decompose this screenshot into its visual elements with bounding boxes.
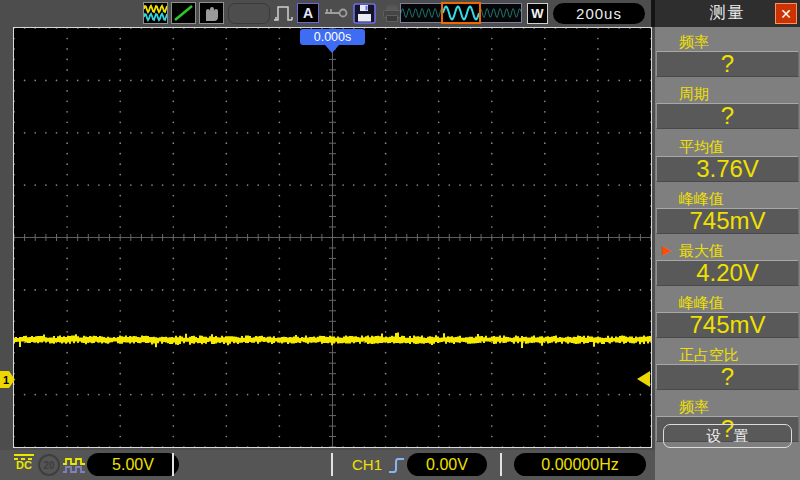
measurement-row[interactable]: ▶峰峰值 745mV [655, 294, 800, 338]
dc-coupling-label: DC [16, 459, 32, 471]
measurement-value: 4.20V [656, 260, 799, 286]
pulse-icon[interactable] [272, 2, 296, 24]
rising-edge-icon[interactable] [388, 454, 405, 476]
settings-button[interactable]: 设置 [663, 424, 792, 448]
timebase-readout[interactable]: 200us [553, 3, 645, 24]
graticule-grid [14, 28, 651, 447]
measurement-label: 正占空比 [679, 346, 739, 363]
hand-drag-icon[interactable] [199, 2, 224, 24]
settings-button-label: 设置 [695, 427, 761, 446]
bandwidth-limit-label: 20 [43, 460, 54, 471]
top-toolbar: A W 200us [0, 0, 655, 27]
measurement-value: 745mV [656, 312, 799, 338]
trigger-level-readout[interactable]: 0.00V [407, 453, 487, 476]
statusbar-separator [331, 453, 333, 476]
graticule-screen: 0.000s [13, 27, 652, 448]
measurement-row[interactable]: ▶峰峰值 745mV [655, 190, 800, 234]
square-wave-icon[interactable] [62, 455, 86, 475]
dc-solid-line [14, 454, 34, 456]
sidebar-title: 测量 [710, 3, 746, 24]
timebase-value: 200us [576, 5, 622, 22]
bottom-status-bar: DC 20 5.00V CH1 0.00V 0.00000Hz [0, 450, 655, 480]
close-glyph: ✕ [780, 6, 792, 22]
statusbar-separator [172, 453, 174, 476]
save-icon[interactable] [352, 2, 378, 25]
window-icon-label: W [531, 6, 543, 21]
trigger-position-pointer-icon [325, 45, 339, 53]
slope-line-icon[interactable] [171, 2, 196, 24]
trigger-level-value: 0.00V [426, 456, 468, 474]
measurement-value: 3.76V [656, 156, 799, 182]
measurement-value: ? [656, 364, 799, 390]
measurement-label: 周期 [679, 85, 709, 102]
measurement-label: 平均值 [679, 138, 724, 155]
measurement-row[interactable]: ▶频率 ? [655, 33, 800, 77]
waveform-preview-window[interactable] [441, 2, 481, 24]
trigger-source-label: CH1 [352, 456, 382, 473]
measurement-row[interactable]: ▶平均值 3.76V [655, 138, 800, 182]
statusbar-separator [500, 453, 502, 476]
auto-icon[interactable]: A [297, 3, 319, 23]
measurement-row[interactable]: ▶最大值 4.20V [655, 242, 800, 286]
sidebar-header: 测量 ✕ [655, 0, 800, 27]
measurement-label: 频率 [679, 398, 709, 415]
measurement-label: 频率 [679, 33, 709, 50]
dc-coupling-icon[interactable]: DC [13, 454, 35, 470]
key-icon[interactable] [323, 2, 349, 24]
measurement-value: 745mV [656, 208, 799, 234]
empty-slot [228, 3, 270, 24]
measurement-row[interactable]: ▶周期 ? [655, 85, 800, 129]
auto-icon-label: A [303, 5, 313, 21]
trigger-position-value: 0.000s [314, 30, 352, 44]
measurement-value: ? [656, 51, 799, 77]
frequency-counter-value: 0.00000Hz [541, 456, 618, 474]
trigger-position-tag[interactable]: 0.000s [300, 29, 365, 45]
channel-waves-icon[interactable] [143, 2, 168, 24]
measurement-label: 最大值 [679, 242, 724, 259]
measurement-value: ? [656, 103, 799, 129]
oscilloscope-screen: A W 200us 0.000s 1 [0, 0, 800, 480]
volts-per-div-value: 5.00V [112, 456, 154, 474]
measurement-row[interactable]: ▶正占空比 ? [655, 346, 800, 390]
measurement-label: 峰峰值 [679, 294, 724, 311]
measurement-sidebar: 测量 ✕ ▶频率 ? ▶周期 ? ▶平均值 3.76V ▶峰峰值 745mV ▶… [655, 0, 800, 480]
volts-per-div-readout[interactable]: 5.00V [87, 453, 179, 476]
waveform-preview[interactable] [400, 3, 522, 23]
window-icon[interactable]: W [527, 3, 548, 24]
measurement-label: 峰峰值 [679, 190, 724, 207]
active-measurement-arrow-icon: ▶ [662, 243, 671, 258]
bandwidth-limit-icon[interactable]: 20 [38, 454, 60, 476]
close-icon[interactable]: ✕ [775, 3, 797, 24]
channel1-ground-label: 1 [3, 374, 9, 386]
scope-display-area: 0.000s 1 [0, 27, 655, 450]
frequency-counter-readout: 0.00000Hz [514, 453, 646, 476]
